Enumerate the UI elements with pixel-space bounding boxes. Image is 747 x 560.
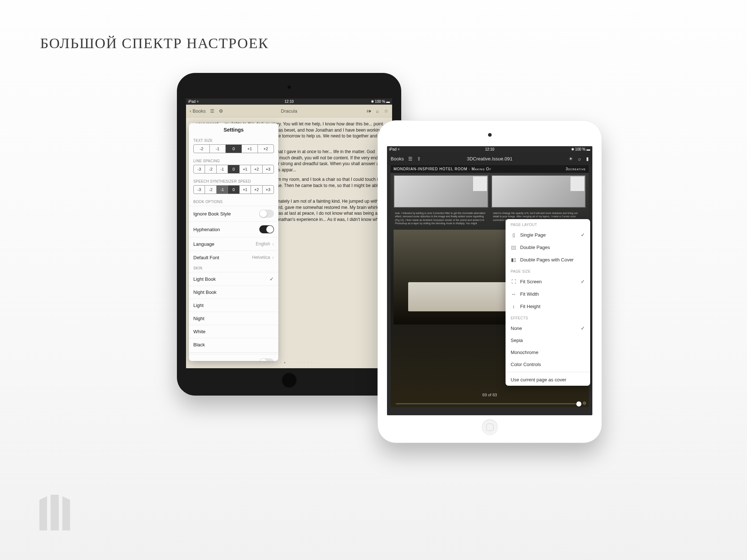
effect-option[interactable]: Color Controls [506,358,590,370]
double-page-icon: ▯▯ [511,244,516,250]
skin-option[interactable]: Night Book [189,285,278,299]
row-label: Color Controls [511,362,541,367]
fit-width-icon: ↔ [511,291,516,297]
row-label: Sepia [511,338,523,343]
page-slider[interactable] [396,403,579,404]
section-label-effects: EFFECTS [506,312,590,322]
status-carrier: iPad ᯤ [389,147,401,151]
back-button[interactable]: ‹ Books [190,108,206,114]
row-label: Double Pages with Cover [520,257,574,262]
back-button[interactable]: Books [391,156,404,162]
share-icon[interactable]: ⇪ [417,156,421,162]
effect-option[interactable]: Monochrome [506,346,590,358]
skin-option[interactable]: Night [189,312,278,325]
step[interactable]: +3 [262,165,274,173]
step[interactable]: -2 [205,186,216,194]
popover-title: Settings [189,123,278,136]
row-label: Hyphenation [193,227,220,232]
effect-option[interactable]: Sepia [506,334,590,346]
search-icon[interactable]: ⌕ [578,156,581,162]
gear-icon[interactable]: ⚙ [582,401,587,406]
section-label-page-size: PAGE SIZE [506,266,590,275]
step[interactable]: -3 [194,186,205,194]
settings-popover: Settings TEXT SIZE -2 -1 0 +1 +2 LINE SP… [189,123,278,361]
step[interactable]: -1 [216,165,228,173]
row-label: Light [193,303,204,308]
section-label-skin: SKIN [189,264,278,272]
step-active[interactable]: 0 [228,186,239,194]
step-active[interactable]: 0 [225,145,241,153]
list-icon[interactable]: ☰ [210,108,214,114]
size-option[interactable]: ↔Fit Width [506,288,590,300]
status-time: 12:10 [285,100,294,104]
double-cover-icon: ▮▯ [511,257,516,262]
row-value: English [256,241,270,246]
language-row[interactable]: Language English › [189,237,278,250]
default-font-row[interactable]: Default Font Helvetica › [189,250,278,264]
layout-option[interactable]: ▯Single Page✓ [506,229,590,241]
use-as-cover-button[interactable]: Use current page as cover [506,374,590,386]
skin-option[interactable]: Light Book✓ [189,272,278,285]
row-label: Black [193,342,205,347]
line-spacing-stepper[interactable]: -3 -2 -1 0 +1 +2 +3 [193,165,274,174]
section-label-text-size: TEXT SIZE [189,136,278,144]
layout-option[interactable]: ▯▯Double Pages [506,241,590,253]
step[interactable]: +3 [262,186,274,194]
switch-off[interactable] [259,358,274,361]
camera-icon [488,133,492,137]
step[interactable]: +1 [241,145,258,153]
brightness-icon[interactable]: ☀ [569,156,573,162]
page-dots: · · · · · ● · · · · · · · [186,361,392,365]
bookmark-icon[interactable]: ▮ [586,156,589,162]
step[interactable]: +1 [239,165,251,173]
switch-off[interactable] [259,210,274,218]
step[interactable]: +2 [251,186,262,194]
thumb-image [491,175,586,208]
pdf-thumbnails [391,173,589,210]
step[interactable]: +2 [258,145,274,153]
step[interactable]: -1 [216,186,228,194]
single-page-icon: ▯ [511,232,516,238]
text-size-stepper[interactable]: -2 -1 0 +1 +2 [193,144,274,153]
effect-option[interactable]: None✓ [506,322,590,334]
status-carrier: iPad ᯤ [188,100,200,104]
step[interactable]: -2 [205,165,216,173]
skin-option[interactable]: Black [189,338,278,351]
app-logo [29,487,80,538]
list-icon[interactable]: ☰ [408,156,413,162]
row-label: Night Book [193,289,217,295]
row-value: Helvetica [252,255,270,260]
step-active[interactable]: 0 [228,165,239,173]
size-option[interactable]: ⛶Fit Screen✓ [506,275,590,288]
fit-screen-icon: ⛶ [511,279,516,284]
row-label: Fit Height [520,304,541,309]
speaker-icon[interactable]: 🕪 [366,108,371,114]
settings-icon[interactable]: ⚙ [219,108,223,114]
bookmark-icon[interactable]: ☆ [384,108,388,114]
doc-title: 3DCreative.Issue.091 [467,156,512,162]
step[interactable]: -1 [209,145,225,153]
step[interactable]: -3 [194,165,205,173]
switch-on[interactable] [259,225,274,233]
speech-speed-stepper[interactable]: -3 -2 -1 0 +1 +2 +3 [193,185,274,194]
status-time: 12:10 [485,147,494,151]
step[interactable]: +2 [251,165,262,173]
hide-status-bar-row[interactable]: Hide Status Bar [189,354,278,361]
layout-option[interactable]: ▮▯Double Pages with Cover [506,253,590,266]
skin-option[interactable]: Light [189,299,278,312]
row-label: Light Book [193,276,216,282]
check-icon: ✓ [581,232,585,238]
skin-option[interactable]: White [189,325,278,338]
row-label: Hide Status Bar [193,360,227,361]
step[interactable]: -2 [194,145,209,153]
size-option[interactable]: ↕Fit Height [506,300,590,312]
search-icon[interactable]: ⌕ [376,108,379,114]
page-number: 69 of 83 [483,393,497,397]
row-label: None [511,326,522,331]
home-button[interactable] [281,372,297,388]
row-label: White [193,329,205,334]
step[interactable]: +1 [239,186,251,194]
home-button[interactable] [482,419,498,435]
ignore-book-style-row[interactable]: Ignore Book Style [189,206,278,221]
hyphenation-row[interactable]: Hyphenation [189,221,278,237]
